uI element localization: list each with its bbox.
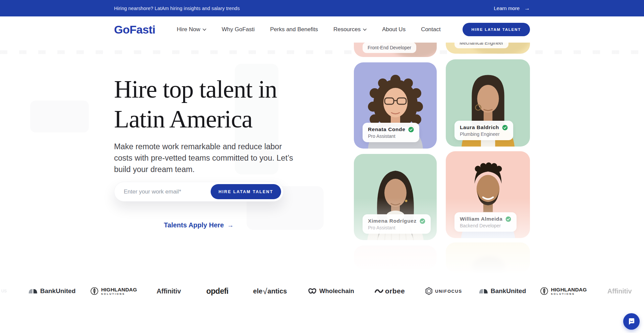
logo-label: Wholechain xyxy=(319,287,354,295)
nav-menu: Hire Now Why GoFasti Perks and Benefits … xyxy=(177,26,441,33)
logo-elevantics: ele√antics xyxy=(253,287,287,295)
logo-label: orbee xyxy=(385,287,405,295)
verified-icon xyxy=(505,216,511,222)
talent-card: Ximena Rodríguez Pro Assistant xyxy=(354,154,437,240)
logo-sublabel: SOLUTIONS xyxy=(101,293,137,295)
ghost-logo-strip xyxy=(0,50,644,54)
check-glyph: √ xyxy=(263,289,267,293)
banner-message: Hiring nearshore? LatAm hiring insights … xyxy=(114,6,240,11)
announcement-banner: Hiring nearshore? LatAm hiring insights … xyxy=(0,0,644,16)
main-navbar: GoFasti Hire Now Why GoFasti Perks and B… xyxy=(0,16,644,43)
verified-icon xyxy=(420,218,425,224)
nav-item-label: Hire Now xyxy=(177,26,200,33)
talent-card: Laura Baldrich Plumbing Engineer xyxy=(446,59,530,147)
nav-item-label: About Us xyxy=(382,26,406,33)
logo-label: Affinitiv xyxy=(157,287,181,295)
logo-label: opdefi xyxy=(206,287,228,296)
nav-item-label: Contact xyxy=(421,26,441,33)
talent-card: Renata Conde Pro Assistant xyxy=(354,62,437,149)
nav-item-label: Why GoFasti xyxy=(222,26,255,33)
nav-item-label: Resources xyxy=(333,26,361,33)
talents-apply-here-link[interactable]: Talents Apply Here→ xyxy=(114,221,283,229)
talent-role: Pro Assistant xyxy=(368,225,425,230)
bankunited-icon xyxy=(479,288,488,294)
client-logo-marquee: US BankUnited HIGHLANDAG SOLUTIONS Affin… xyxy=(0,283,644,299)
background-ghost-shape xyxy=(30,101,89,132)
nav-item-perks-and-benefits[interactable]: Perks and Benefits xyxy=(270,26,318,33)
nav-item-contact[interactable]: Contact xyxy=(421,26,441,33)
wholechain-icon xyxy=(308,288,317,294)
logo-label: HIGHLANDAG xyxy=(101,287,137,292)
logo-orbee: orbee xyxy=(375,287,405,295)
logo-wholechain: Wholechain xyxy=(308,287,354,295)
talent-role-badge: Front-End Developer xyxy=(363,42,416,53)
nav-item-about-us[interactable]: About Us xyxy=(382,26,406,33)
chevron-down-icon xyxy=(363,29,367,31)
talent-role: Backend Developer xyxy=(460,223,511,228)
talent-name: William Almeida xyxy=(460,216,502,222)
hire-latam-talent-nav-button[interactable]: HIRE LATAM TALENT xyxy=(463,23,530,36)
logo-label: HIGHLANDAG xyxy=(551,287,587,292)
bankunited-icon xyxy=(29,288,38,294)
verified-icon xyxy=(502,125,508,130)
hexagon-icon xyxy=(425,287,432,295)
logo-label: Affinitiv xyxy=(607,287,632,295)
talent-card-partial xyxy=(354,245,437,269)
hire-latam-talent-submit-button[interactable]: HIRE LATAM TALENT xyxy=(211,184,281,199)
logo-highlandag: HIGHLANDAG SOLUTIONS xyxy=(540,287,587,295)
hero-title: Hire top talent in Latin America xyxy=(114,74,322,134)
banner-learn-more-label: Learn more xyxy=(494,5,520,11)
hero-title-line1: Hire top talent in xyxy=(114,74,322,104)
work-email-input[interactable] xyxy=(124,182,208,201)
nav-item-hire-now[interactable]: Hire Now xyxy=(177,26,206,33)
nav-item-why-gofasti[interactable]: Why GoFasti xyxy=(222,26,255,33)
chat-launcher-button[interactable] xyxy=(623,313,640,330)
logo-opdefi: opdefi xyxy=(206,287,228,296)
talent-photo xyxy=(472,257,505,273)
hero-title-line2: Latin America xyxy=(114,104,322,134)
gofasti-logo[interactable]: GoFasti xyxy=(114,23,155,36)
logo-highlandag: HIGHLANDAG SOLUTIONS xyxy=(90,287,137,295)
logo-bankunited: BankUnited xyxy=(479,287,526,295)
logo-label: UNIFOCUS xyxy=(435,289,462,294)
logo-sublabel: SOLUTIONS xyxy=(551,293,587,295)
talent-badge: Laura Baldrich Plumbing Engineer xyxy=(454,121,513,140)
talents-apply-label: Talents Apply Here xyxy=(164,221,224,229)
logo-label-part: antics xyxy=(268,287,287,295)
arrow-right-icon: → xyxy=(524,5,530,12)
talent-role: Plumbing Engineer xyxy=(460,131,508,137)
chat-bubble-icon xyxy=(628,318,636,326)
talent-badge: Renata Conde Pro Assistant xyxy=(363,123,419,142)
talent-name: Ximena Rodríguez xyxy=(368,218,417,224)
nav-item-resources[interactable]: Resources xyxy=(333,26,367,33)
arrow-right-icon: → xyxy=(227,222,233,229)
talent-role: Pro Assistant xyxy=(368,133,414,139)
talent-name: Laura Baldrich xyxy=(460,124,499,130)
talent-card: William Almeida Backend Developer xyxy=(446,151,530,238)
talent-badge: William Almeida Backend Developer xyxy=(454,212,517,232)
talent-badge: Ximena Rodríguez Pro Assistant xyxy=(363,214,431,234)
hero-description: Make remote work remarkable and reduce l… xyxy=(114,141,302,175)
chevron-down-icon xyxy=(203,29,206,31)
email-capture-form: HIRE LATAM TALENT xyxy=(114,182,283,202)
logo-label-part: ele xyxy=(253,287,263,295)
nav-item-label: Perks and Benefits xyxy=(270,26,318,33)
banner-learn-more-link[interactable]: Learn more → xyxy=(494,5,530,12)
logo-unifocus: UNIFOCUS xyxy=(425,287,462,295)
leaf-icon xyxy=(540,287,548,295)
logo-affinitiv: Affinitiv xyxy=(157,287,181,295)
logo-label: BankUnited xyxy=(491,287,526,295)
logo-label: BankUnited xyxy=(40,287,76,295)
leaf-icon xyxy=(90,287,98,295)
partial-logo: US xyxy=(1,289,7,293)
wave-icon xyxy=(375,289,383,293)
talent-name: Renata Conde xyxy=(368,126,405,132)
logo-affinitiv: Affinitiv xyxy=(607,287,632,295)
verified-icon xyxy=(408,127,414,132)
logo-bankunited: BankUnited xyxy=(29,287,76,295)
talent-card-partial xyxy=(446,242,530,273)
